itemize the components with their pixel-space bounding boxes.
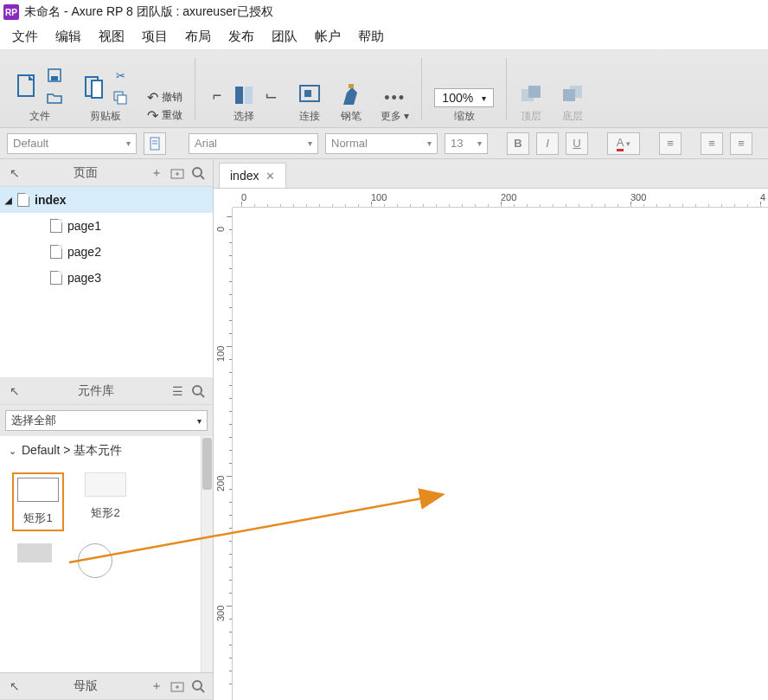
widget-rectangle1[interactable]: 矩形1 xyxy=(12,472,64,531)
add-page-icon[interactable]: ＋ xyxy=(149,165,164,181)
add-folder-icon[interactable] xyxy=(170,165,185,181)
svg-line-30 xyxy=(201,689,204,692)
undo-button[interactable]: ↶撤销 xyxy=(147,89,182,106)
redo-button[interactable]: ↷重做 xyxy=(147,107,182,124)
style-combo[interactable]: Default▾ xyxy=(7,133,137,154)
widget-rectangle2[interactable]: 矩形2 xyxy=(85,472,126,531)
menu-project[interactable]: 项目 xyxy=(135,25,175,48)
bold-button[interactable]: B xyxy=(507,132,529,155)
close-icon[interactable]: ✕ xyxy=(266,170,275,183)
collapse-icon[interactable]: ↖ xyxy=(7,678,22,694)
pages-panel-header: ↖ 页面 ＋ xyxy=(0,159,213,187)
toolbar: 文件 ✂ 剪贴板 ↶撤销 ↷重做 ⌐ ⌙ 选择 连接 钢笔 •• xyxy=(0,50,768,128)
zoom-value: 100% xyxy=(442,91,473,105)
tab-index[interactable]: index ✕ xyxy=(219,163,286,188)
titlebar: RP 未命名 - Axure RP 8 团队版 : axureuser已授权 xyxy=(0,0,768,24)
svg-rect-13 xyxy=(528,86,541,98)
svg-point-22 xyxy=(193,168,202,177)
collapse-icon[interactable]: ↖ xyxy=(7,383,22,399)
group-select: ⌐ ⌙ 选择 xyxy=(199,50,289,127)
page-item-page2[interactable]: page2 xyxy=(0,239,213,265)
add-folder-icon[interactable] xyxy=(170,678,185,694)
align-center-button[interactable]: ≡ xyxy=(730,132,752,155)
font-combo[interactable]: Arial▾ xyxy=(189,133,318,154)
page-item-page3[interactable]: page3 xyxy=(0,265,213,291)
tabbar: index ✕ xyxy=(214,159,768,189)
main: ↖ 页面 ＋ ◢ index page1 page2 xyxy=(0,159,768,700)
svg-rect-4 xyxy=(92,80,102,98)
copy-icon[interactable] xyxy=(111,88,130,107)
library-body: ⌄Default > 基本元件 矩形1 矩形2 xyxy=(0,436,213,672)
open-icon[interactable] xyxy=(45,88,64,107)
group-front: 顶层 xyxy=(510,50,552,127)
widget-box[interactable] xyxy=(17,543,52,562)
menu-team[interactable]: 团队 xyxy=(265,25,304,48)
weight-combo[interactable]: Normal▾ xyxy=(325,133,438,154)
menu-account[interactable]: 帐户 xyxy=(308,25,348,48)
more-label[interactable]: 更多 ▾ xyxy=(381,109,409,124)
align-left-button[interactable]: ≡ xyxy=(701,132,723,155)
menu-publish[interactable]: 发布 xyxy=(221,25,261,48)
group-more: ••• 更多 ▾ xyxy=(372,50,418,127)
library-category[interactable]: ⌄Default > 基本元件 xyxy=(0,436,213,466)
bullet-list-button[interactable]: ≡ xyxy=(659,132,682,155)
menu-view[interactable]: 视图 xyxy=(92,25,131,48)
search-icon[interactable] xyxy=(190,383,206,399)
corner-br-icon[interactable]: ⌙ xyxy=(261,86,280,105)
italic-button[interactable]: I xyxy=(536,132,559,155)
send-back-icon[interactable] xyxy=(560,83,585,107)
svg-rect-6 xyxy=(118,95,126,104)
menu-icon[interactable]: ☰ xyxy=(170,383,185,399)
group-file: 文件 xyxy=(7,50,73,127)
canvas[interactable] xyxy=(233,208,768,700)
svg-rect-10 xyxy=(304,90,311,97)
collapse-icon[interactable]: ↖ xyxy=(7,165,22,181)
connect-icon[interactable] xyxy=(298,83,322,107)
pages-title: 页面 xyxy=(28,165,144,181)
size-combo[interactable]: 13▾ xyxy=(445,133,488,154)
svg-point-29 xyxy=(193,681,202,690)
svg-rect-8 xyxy=(245,87,253,104)
text-color-button[interactable]: A▾ xyxy=(607,132,640,155)
add-master-icon[interactable]: ＋ xyxy=(149,678,164,694)
select-icon[interactable] xyxy=(232,83,256,107)
more-icon[interactable]: ••• xyxy=(386,88,405,107)
save-icon[interactable] xyxy=(45,66,64,85)
menu-layout[interactable]: 布局 xyxy=(178,25,218,48)
cut-icon[interactable]: ✂ xyxy=(111,66,130,85)
page-item-index[interactable]: ◢ index xyxy=(0,187,213,213)
menu-help[interactable]: 帮助 xyxy=(351,25,391,48)
masters-title: 母版 xyxy=(28,678,144,694)
underline-button[interactable]: U xyxy=(566,132,588,155)
pages-tree: ◢ index page1 page2 page3 xyxy=(0,187,213,377)
library-panel-header: ↖ 元件库 ☰ xyxy=(0,377,213,405)
format-bar: Default▾ Arial▾ Normal▾ 13▾ B I U A▾ ≡ ≡… xyxy=(0,128,768,159)
page-icon xyxy=(50,219,62,233)
widget-ellipse[interactable] xyxy=(78,543,112,578)
menu-edit[interactable]: 编辑 xyxy=(48,25,88,48)
style-edit-icon[interactable] xyxy=(144,132,166,155)
connect-label: 连接 xyxy=(299,109,320,124)
library-scrollbar[interactable] xyxy=(201,436,213,672)
search-icon[interactable] xyxy=(190,678,206,694)
zoom-combo[interactable]: 100% ▾ xyxy=(434,88,494,107)
page-icon xyxy=(50,271,62,285)
search-icon[interactable] xyxy=(190,165,206,181)
svg-point-24 xyxy=(193,386,202,395)
group-back: 底层 xyxy=(552,50,593,127)
library-select[interactable]: 选择全部▾ xyxy=(5,410,208,431)
menu-file[interactable]: 文件 xyxy=(5,25,45,48)
page-item-page1[interactable]: page1 xyxy=(0,213,213,239)
bring-front-icon[interactable] xyxy=(519,83,543,107)
ruler-vertical: 0100200300 xyxy=(214,208,233,700)
new-file-icon[interactable] xyxy=(16,74,40,99)
group-clipboard: ✂ 剪贴板 xyxy=(73,50,138,127)
pen-icon[interactable] xyxy=(339,83,363,107)
masters-panel-header: ↖ 母版 ＋ xyxy=(0,672,213,700)
group-pen: 钢笔 xyxy=(330,50,372,127)
corner-tl-icon[interactable]: ⌐ xyxy=(208,86,227,105)
chevron-down-icon: ▾ xyxy=(482,93,486,103)
canvas-area: index ✕ 01002003004 0100200300 xyxy=(214,159,768,700)
paste-icon[interactable] xyxy=(81,74,106,99)
svg-line-23 xyxy=(201,176,204,179)
